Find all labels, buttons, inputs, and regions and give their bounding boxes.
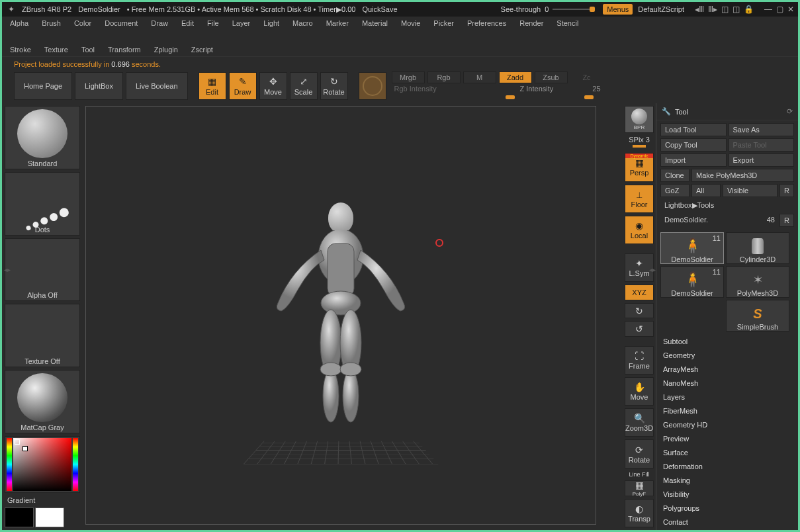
menu-preferences[interactable]: Preferences — [467, 19, 506, 27]
transparency-button[interactable]: ◐Transp — [625, 499, 654, 527]
section-masking[interactable]: Masking — [660, 476, 794, 485]
menu-draw[interactable]: Draw — [151, 19, 168, 27]
color-picker[interactable] — [5, 436, 80, 493]
hue-strip-right[interactable] — [73, 438, 78, 491]
rgb-button[interactable]: Rgb — [427, 71, 461, 83]
export-button[interactable]: Export — [729, 154, 795, 167]
menu-movie[interactable]: Movie — [401, 19, 420, 27]
tool-thumb-demosoldier[interactable]: 11🧍DemoSoldier — [660, 232, 724, 264]
import-button[interactable]: Import — [660, 154, 727, 167]
z-intensity-slider[interactable] — [517, 94, 603, 101]
menu-render[interactable]: Render — [519, 19, 543, 27]
menu-file[interactable]: File — [207, 19, 219, 27]
menu-stroke[interactable]: Stroke — [10, 46, 31, 54]
quicksave-button[interactable]: QuickSave — [362, 5, 397, 13]
save-as-button[interactable]: Save As — [729, 123, 795, 136]
local-button[interactable]: ◉Local — [625, 216, 654, 244]
home-page-button[interactable]: Home Page — [14, 72, 72, 100]
clone-button[interactable]: Clone — [660, 169, 689, 182]
mrgb-button[interactable]: Mrgb — [392, 71, 425, 83]
perspective-button[interactable]: ▦Persp — [625, 153, 654, 181]
viewport-canvas[interactable] — [85, 106, 596, 525]
stroke-selector[interactable]: Dots — [5, 172, 80, 236]
edit-mode-button[interactable]: ▦Edit — [199, 72, 226, 100]
menu-picker[interactable]: Picker — [433, 19, 454, 27]
section-preview[interactable]: Preview — [660, 434, 794, 443]
zsub-button[interactable]: Zsub — [535, 71, 568, 83]
spix-slider[interactable]: SPix 3 — [625, 136, 654, 150]
goz-button[interactable]: GoZ — [660, 184, 689, 197]
tool-thumb-simplebrush[interactable]: SSimpleBrush — [726, 300, 789, 332]
swatch-white[interactable] — [35, 508, 64, 527]
scale-mode-button[interactable]: ⤢Scale — [290, 72, 318, 100]
section-geometry[interactable]: Geometry — [660, 351, 794, 360]
floor-button[interactable]: ⟂Floor — [625, 185, 654, 213]
menu-tool[interactable]: Tool — [81, 46, 95, 54]
menu-document[interactable]: Document — [105, 19, 138, 27]
section-polygroups[interactable]: Polygroups — [660, 504, 794, 513]
rotate-x-icon[interactable]: ↻ — [625, 303, 654, 319]
rotate-mode-button[interactable]: ↻Rotate — [320, 72, 348, 100]
section-arraymesh[interactable]: ArrayMesh — [660, 365, 794, 374]
bpr-render-button[interactable]: BPR — [625, 106, 654, 133]
section-deformation[interactable]: Deformation — [660, 462, 794, 471]
see-through-track[interactable] — [553, 9, 592, 10]
menu-macro[interactable]: Macro — [292, 19, 313, 27]
lightbox-button[interactable]: LightBox — [75, 72, 123, 100]
xyz-button[interactable]: XYZ — [625, 285, 654, 300]
m-button[interactable]: M — [463, 71, 496, 83]
goz-visible-button[interactable]: Visible — [723, 184, 778, 197]
close-icon[interactable]: ✕ — [787, 5, 794, 14]
zadd-button[interactable]: Zadd — [499, 71, 532, 83]
maximize-icon[interactable]: ▢ — [776, 5, 783, 14]
menu-alpha[interactable]: Alpha — [10, 19, 28, 27]
default-zscript[interactable]: DefaultZScript — [638, 5, 684, 13]
menu-zplugin[interactable]: Zplugin — [154, 46, 178, 54]
texture-selector[interactable]: Texture Off — [5, 304, 80, 367]
section-visibility[interactable]: Visibility — [660, 490, 794, 499]
section-contact[interactable]: Contact — [660, 517, 794, 527]
gradient-label[interactable]: Gradient — [5, 496, 80, 505]
tool-r-button[interactable]: R — [779, 214, 794, 227]
tool-thumb-cylinder[interactable]: Cylinder3D — [726, 232, 789, 264]
section-fibermesh[interactable]: FiberMesh — [660, 406, 794, 416]
menu-brush[interactable]: Brush — [42, 19, 61, 27]
move-mode-button[interactable]: ✥Move — [259, 72, 287, 100]
frame-button[interactable]: ⛶Frame — [625, 346, 654, 375]
dock-right-icon[interactable]: ◫ — [733, 5, 740, 14]
copy-tool-button[interactable]: Copy Tool — [660, 138, 727, 152]
move-canvas-button[interactable]: ✋Move — [625, 377, 654, 406]
reload-icon[interactable]: ⟳ — [787, 107, 793, 116]
swatch-black[interactable] — [5, 508, 34, 527]
menu-marker[interactable]: Marker — [326, 19, 349, 27]
tool-thumb-demosoldier-2[interactable]: 11🧍DemoSoldier — [660, 266, 724, 298]
rgb-intensity-slider[interactable] — [392, 94, 515, 101]
section-geometryhd[interactable]: Geometry HD — [660, 420, 794, 429]
menu-edit[interactable]: Edit — [181, 19, 194, 27]
menu-light[interactable]: Light — [263, 19, 279, 27]
dock-left-icon[interactable]: ◫ — [721, 5, 729, 14]
material-selector[interactable]: MatCap Gray — [5, 370, 80, 433]
lock-icon[interactable]: 🔒 — [744, 5, 754, 14]
brush-selector[interactable]: Standard — [5, 106, 80, 169]
alpha-selector[interactable]: Alpha Off — [5, 238, 80, 302]
live-boolean-button[interactable]: Live Boolean — [126, 72, 188, 100]
arrows-left-icon[interactable]: ◂Ⅲ — [695, 5, 704, 14]
menu-layer[interactable]: Layer — [232, 19, 251, 27]
menu-texture[interactable]: Texture — [44, 46, 68, 54]
rotate-canvas-button[interactable]: ⟳Rotate — [625, 439, 654, 468]
goz-all-button[interactable]: All — [691, 184, 721, 197]
minimize-icon[interactable]: — — [764, 5, 772, 14]
load-tool-button[interactable]: Load Tool — [660, 123, 727, 136]
menu-zscript[interactable]: Zscript — [191, 46, 213, 54]
right-tray-toggle-icon[interactable]: ◂▸ — [649, 266, 656, 273]
section-layers[interactable]: Layers — [660, 392, 794, 402]
menu-material[interactable]: Material — [362, 19, 388, 27]
menu-color[interactable]: Color — [74, 19, 91, 27]
menu-transform[interactable]: Transform — [108, 46, 141, 54]
make-polymesh-button[interactable]: Make PolyMesh3D — [691, 169, 794, 182]
rotate-y-icon[interactable]: ↺ — [625, 321, 654, 337]
draw-mode-button[interactable]: ✎Draw — [229, 72, 257, 100]
zoom3d-button[interactable]: 🔍Zoom3D — [625, 408, 654, 437]
section-nanomesh[interactable]: NanoMesh — [660, 378, 794, 388]
